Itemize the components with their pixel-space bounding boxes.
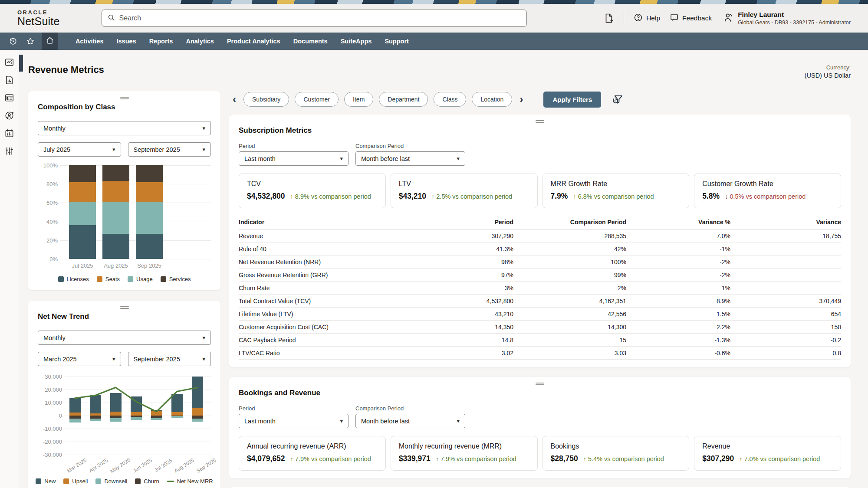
table-cell: CAC Payback Period — [239, 337, 411, 344]
y-axis-tick: -10,000 — [43, 426, 62, 432]
filter-pill-location[interactable]: Location — [472, 92, 512, 107]
table-cell: Revenue — [239, 233, 411, 239]
table-row: Lifetime Value (LTV)43,21042,5561.5%654 — [239, 308, 841, 321]
table-cell: 99% — [513, 272, 626, 278]
bookings-title: Bookings and Revenue — [239, 389, 841, 397]
top-header: ORACLE NetSuite Help Feedback Finley Lau… — [0, 4, 868, 33]
kpi-value: 7.9% — [551, 192, 568, 201]
help-icon — [634, 13, 643, 24]
kpi-delta: ↑ 5.4% vs comparison period — [583, 455, 664, 462]
table-cell: -1.3% — [626, 337, 730, 344]
oracle-wordmark: ORACLE — [17, 10, 60, 15]
drag-handle[interactable] — [536, 120, 544, 123]
net-new-granularity-select[interactable]: Monthly — [38, 331, 211, 345]
composition-to-select[interactable]: September 2025 — [128, 142, 211, 157]
column-header-indicator: Indicator — [239, 219, 411, 226]
table-cell: 14.8 — [411, 337, 513, 344]
kpi-card-monthly-recurring-revenue-mrr-: Monthly recurring revenue (MRR)$339,971↑… — [391, 436, 538, 471]
filter-pill-item[interactable]: Item — [344, 92, 373, 107]
reports-icon — [4, 75, 14, 87]
subscription-comparison-select[interactable]: Month before last — [355, 151, 465, 166]
table-cell: Churn Rate — [239, 285, 411, 291]
table-row: Rule of 4041.3%42%-1% — [239, 242, 841, 255]
nav-item-activities[interactable]: Activities — [76, 38, 103, 45]
table-cell: 4,532,800 — [411, 298, 513, 305]
filter-pill-class[interactable]: Class — [434, 92, 466, 107]
net-new-x-axis: Mar 2025Apr 2025May 2025Jun 2025Jul 2025… — [65, 457, 207, 477]
nav-item-documents[interactable]: Documents — [293, 38, 328, 45]
table-cell: 3.02 — [411, 350, 513, 357]
help-button[interactable]: Help — [634, 13, 660, 24]
feedback-button[interactable]: Feedback — [670, 13, 712, 24]
x-axis-label: Sep 2025 — [136, 262, 163, 269]
drag-handle[interactable] — [120, 97, 129, 100]
table-cell: 150 — [730, 324, 841, 331]
home-button[interactable] — [42, 33, 58, 50]
bookings-revenue-panel: Bookings and Revenue Period Last month C… — [229, 377, 851, 478]
history-icon[interactable] — [4, 33, 22, 50]
table-cell: -0.2 — [730, 337, 841, 344]
apply-filters-button[interactable]: Apply Filters — [543, 92, 601, 108]
user-menu[interactable]: Finley Laurant Global Gears - DB93 - 339… — [723, 11, 851, 26]
legend-swatch — [97, 276, 102, 282]
nav-item-product-analytics[interactable]: Product Analytics — [227, 38, 280, 45]
new-document-icon[interactable] — [604, 13, 614, 23]
legend-label: Services — [169, 276, 191, 282]
left-rail — [0, 50, 19, 488]
nav-item-support[interactable]: Support — [385, 38, 409, 45]
search-input[interactable] — [119, 14, 521, 22]
table-row: Churn Rate3%2%1% — [239, 282, 841, 295]
net-new-to-select[interactable]: September 2025 — [128, 352, 211, 366]
composition-x-axis: Jul 2025Aug 2025Sep 2025 — [69, 262, 211, 269]
composition-title: Composition by Class — [38, 103, 211, 111]
bookings-comparison-select[interactable]: Month before last — [355, 414, 465, 428]
table-cell: 2% — [513, 285, 626, 291]
legend-label: Licenses — [67, 276, 89, 282]
table-header-row: IndicatorPeriodComparison PeriodVariance… — [239, 217, 841, 229]
legend-line-swatch — [167, 481, 174, 482]
kpi-delta: ↓ 0.5% vs comparison period — [725, 193, 806, 200]
filter-pill-department[interactable]: Department — [379, 92, 428, 107]
rail-item-customers[interactable] — [0, 108, 19, 125]
table-cell: Total Contract Value (TCV) — [239, 298, 411, 305]
rail-item-dashboards[interactable] — [0, 54, 19, 72]
table-cell — [730, 272, 841, 278]
table-cell: 8.9% — [626, 298, 730, 305]
composition-from-select[interactable]: July 2025 — [38, 142, 121, 157]
table-cell: 1.5% — [626, 311, 730, 318]
rail-item-planning[interactable] — [0, 125, 19, 143]
filter-bar: ‹ SubsidiaryCustomerItemDepartmentClassL… — [229, 91, 851, 108]
x-axis-label: Aug 2025 — [102, 262, 129, 269]
filter-pill-customer[interactable]: Customer — [295, 92, 339, 107]
kpi-value: $28,750 — [551, 454, 578, 463]
nav-item-suiteapps[interactable]: SuiteApps — [341, 38, 372, 45]
global-search[interactable] — [102, 10, 527, 27]
table-cell: 654 — [730, 311, 841, 318]
reset-filters-icon[interactable] — [612, 94, 624, 105]
favorites-star-icon[interactable] — [22, 33, 39, 50]
legend-label: Seats — [105, 276, 120, 282]
nav-item-issues[interactable]: Issues — [116, 38, 136, 45]
legend-swatch — [128, 276, 133, 282]
main-content: Revenue Metrics Currency: (USD) US Dolla… — [19, 50, 868, 488]
legend-label: Churn — [144, 478, 159, 485]
column-header-variance-: Variance % — [626, 219, 730, 226]
table-cell: 3.03 — [513, 350, 626, 357]
user-role: Global Gears - DB93 - 3392175 - Administ… — [738, 20, 851, 26]
net-new-from-select[interactable]: March 2025 — [38, 352, 121, 366]
filter-pill-subsidiary[interactable]: Subsidiary — [243, 92, 289, 107]
rail-item-settings[interactable] — [0, 143, 19, 161]
subscription-period-select[interactable]: Last month — [239, 151, 349, 166]
drag-handle[interactable] — [536, 383, 544, 386]
bookings-period-select[interactable]: Last month — [239, 414, 349, 428]
rail-item-reports[interactable] — [0, 72, 19, 90]
rail-item-billing[interactable] — [0, 90, 19, 108]
scroll-right-icon[interactable]: › — [518, 94, 525, 105]
kpi-value-row: 5.8%↓ 0.5% vs comparison period — [702, 192, 833, 201]
legend-swatch — [58, 276, 64, 282]
scroll-left-icon[interactable]: ‹ — [231, 94, 238, 105]
nav-item-reports[interactable]: Reports — [149, 38, 173, 45]
drag-handle[interactable] — [120, 306, 129, 309]
composition-granularity-select[interactable]: Monthly — [38, 121, 211, 135]
nav-item-analytics[interactable]: Analytics — [186, 38, 214, 45]
